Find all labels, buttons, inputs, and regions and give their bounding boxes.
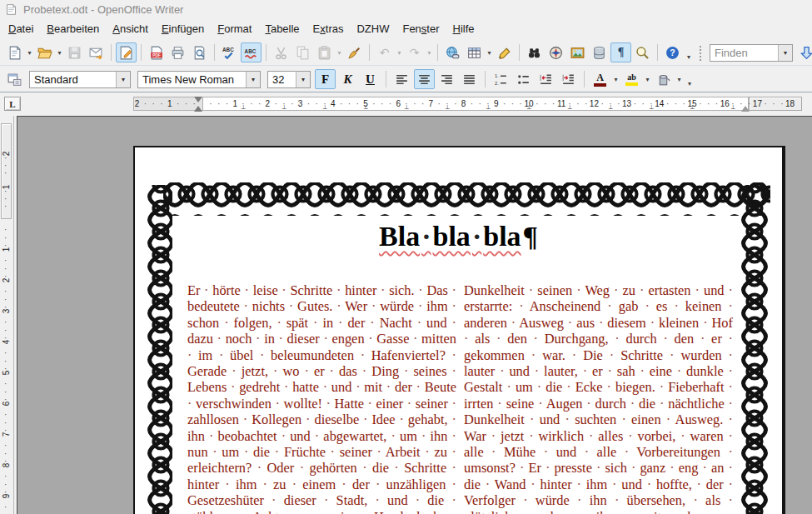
background-color-button[interactable] [653, 69, 674, 89]
increase-indent-button[interactable] [558, 69, 579, 89]
paste-button[interactable] [314, 42, 335, 62]
help-label: ? [670, 47, 675, 57]
menu-item-fenster[interactable]: Fenster [396, 19, 446, 39]
export-pdf-button[interactable]: PDF [146, 42, 167, 62]
font-name-value[interactable]: Times New Roman [138, 73, 246, 86]
gallery-button[interactable] [567, 42, 588, 62]
menu-item-extras[interactable]: Extras [306, 19, 351, 39]
draw-functions-button[interactable] [494, 42, 515, 62]
ruler-tick: · [617, 97, 620, 110]
menu-item-dzhw[interactable]: DZHW [350, 19, 396, 39]
justify-button[interactable] [459, 69, 480, 89]
space-mark: · [729, 412, 733, 427]
text-column-left[interactable]: Er · hörte · leise · Schritte · hinter ·… [187, 282, 456, 514]
space-mark: · [496, 331, 501, 347]
toolbar-overflow-button[interactable]: ▾ [684, 42, 694, 62]
highlighting-dropdown[interactable]: ▾ [644, 69, 651, 89]
zoom-button[interactable] [632, 42, 653, 62]
tab-stop-selector[interactable]: L [4, 97, 21, 111]
redo-button[interactable]: ↷ [404, 42, 425, 62]
bold-button[interactable]: F [315, 69, 336, 89]
font-color-button[interactable]: A [590, 69, 610, 89]
paste-dropdown[interactable]: ▾ [336, 42, 343, 62]
format-paintbrush-button[interactable] [344, 42, 365, 62]
new-document-button[interactable] [4, 42, 25, 62]
font-size-value[interactable]: 32 [268, 73, 296, 86]
align-right-button[interactable] [436, 69, 457, 89]
document-page[interactable]: Bla·bla·bla¶ Er · hörte · leise · Schrit… [133, 146, 785, 514]
find-combobox[interactable]: Finden ▾ [710, 44, 793, 62]
space-mark: · [647, 477, 651, 492]
menu-item-tabelle[interactable]: Tabelle [258, 19, 306, 39]
hyperlink-button[interactable] [442, 42, 463, 62]
numbered-list-button[interactable]: 1.2. [491, 69, 511, 89]
help-button[interactable]: ? [662, 42, 683, 62]
paragraph-style-combobox[interactable]: Standard ▾ [29, 71, 131, 88]
menu-item-hilfe[interactable]: Hilfe [446, 19, 481, 39]
print-button[interactable] [167, 42, 188, 62]
italic-button[interactable]: K [337, 69, 358, 89]
find-toolbar-handle[interactable] [698, 44, 703, 61]
page-preview-button[interactable] [189, 42, 210, 62]
menu-item-ansicht[interactable]: Ansicht [106, 19, 155, 39]
font-size-combobox[interactable]: 32 ▾ [267, 71, 311, 88]
insert-table-dropdown[interactable]: ▾ [486, 42, 493, 62]
auto-spellcheck-button[interactable]: ABC [241, 42, 262, 62]
background-color-dropdown[interactable]: ▾ [675, 69, 683, 89]
ruler-tab-stop: ⊥ [241, 104, 246, 111]
font-color-dropdown[interactable]: ▾ [612, 69, 620, 89]
underline-button[interactable]: U [360, 69, 381, 89]
cut-icon [273, 45, 289, 61]
ruler-number: 3 [298, 97, 303, 110]
align-center-button[interactable] [414, 69, 435, 89]
menu-item-format[interactable]: Format [211, 19, 258, 39]
cut-button[interactable] [271, 42, 291, 62]
copy-button[interactable] [292, 42, 313, 62]
open-button[interactable] [34, 42, 55, 62]
toolbar-overflow-button[interactable]: ▾ [685, 69, 695, 89]
space-mark: · [376, 477, 380, 492]
space-mark: · [452, 282, 456, 298]
paragraph-style-dropdown[interactable]: ▾ [116, 72, 130, 87]
align-left-button[interactable] [391, 69, 412, 89]
styles-window-button[interactable] [4, 69, 25, 89]
data-sources-button[interactable] [589, 42, 610, 62]
formatting-marks-button[interactable]: ¶ [610, 42, 631, 62]
redo-dropdown[interactable]: ▾ [426, 42, 433, 62]
undo-button[interactable]: ↶ [374, 42, 395, 62]
space-mark: · [330, 363, 334, 379]
text-column-right[interactable]: Dunkelheit · seinen · Weg · zu · ertaste… [464, 282, 733, 514]
paragraph-style-value[interactable]: Standard [30, 73, 116, 86]
space-mark: · [703, 315, 707, 331]
find-replace-button[interactable] [524, 42, 545, 62]
edit-file-button[interactable] [116, 42, 137, 62]
space-mark: · [381, 282, 385, 298]
find-input[interactable]: Finden [710, 47, 778, 59]
menu-item-bearbeiten[interactable]: Bearbeiten [40, 19, 106, 39]
vertical-ruler[interactable]: 21······123456789·······················… [0, 116, 14, 514]
insert-table-button[interactable] [464, 42, 485, 62]
open-dropdown[interactable]: ▾ [56, 42, 63, 62]
save-button[interactable] [64, 42, 85, 62]
font-name-combobox[interactable]: Times New Roman ▾ [137, 71, 261, 88]
email-button[interactable] [86, 42, 107, 62]
font-size-dropdown[interactable]: ▾ [296, 72, 310, 87]
decrease-indent-button[interactable] [536, 69, 556, 89]
menu-item-datei[interactable]: Datei [2, 19, 40, 39]
font-name-dropdown[interactable]: ▾ [246, 72, 260, 87]
find-next-button[interactable] [796, 42, 812, 62]
find-combobox-dropdown[interactable]: ▾ [778, 45, 792, 61]
undo-dropdown[interactable]: ▾ [396, 42, 403, 62]
space-mark: · [386, 379, 391, 395]
navigator-button[interactable] [545, 42, 566, 62]
horizontal-ruler[interactable]: L 21123456789101112131415161718·········… [0, 93, 812, 116]
bullet-list-button[interactable] [513, 69, 534, 89]
new-document-dropdown[interactable]: ▾ [26, 42, 33, 62]
ruler-tick: · [438, 97, 441, 110]
highlighting-button[interactable]: ab [621, 69, 642, 89]
document-heading[interactable]: Bla·bla·bla¶ [185, 221, 732, 252]
menu-item-einfügen[interactable]: Einfügen [155, 19, 211, 39]
page-preview-icon [192, 45, 207, 61]
spellcheck-button[interactable]: ABC [219, 42, 240, 62]
space-mark: · [452, 460, 456, 476]
